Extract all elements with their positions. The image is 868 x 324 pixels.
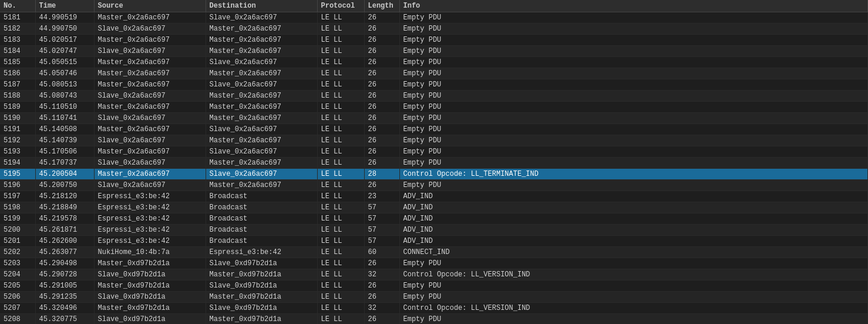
packet-no: 5208 <box>0 314 35 325</box>
packet-info: ADV_IND <box>399 225 868 236</box>
packet-source: Espressi_e3:be:42 <box>94 213 206 225</box>
packet-source: Slave_0x2a6ac697 <box>94 135 206 146</box>
packet-source: Master_0x2a6ac697 <box>94 35 206 46</box>
table-row[interactable]: 519145.140508Master_0x2a6ac697Slave_0x2a… <box>0 124 868 135</box>
table-row[interactable]: 519745.218120Espressi_e3:be:42BroadcastL… <box>0 191 868 202</box>
packet-info: Control Opcode: LL_TERMINATE_IND <box>399 169 868 180</box>
table-row[interactable]: 520245.263077NukiHome_10:4b:7aEspressi_e… <box>0 247 868 258</box>
table-row[interactable]: 520645.291235Slave_0xd97b2d1aMaster_0xd9… <box>0 292 868 303</box>
packet-source: Master_0x2a6ac697 <box>94 79 206 91</box>
packet-dest: Master_0x2a6ac697 <box>206 35 317 46</box>
table-row[interactable]: 520045.261871Espressi_e3:be:42BroadcastL… <box>0 225 868 236</box>
packet-source: Master_0x2a6ac697 <box>94 57 206 68</box>
table-row[interactable]: 519645.200750Slave_0x2a6ac697Master_0x2a… <box>0 180 868 191</box>
packet-source: Slave_0x2a6ac697 <box>94 180 206 191</box>
packet-info: Empty PDU <box>399 280 868 292</box>
packet-dest: Master_0xd97b2d1a <box>206 292 317 303</box>
table-row[interactable]: 519345.170506Master_0x2a6ac697Slave_0x2a… <box>0 146 868 158</box>
packet-source: Slave_0x2a6ac697 <box>94 113 206 124</box>
packet-source: Espressi_e3:be:42 <box>94 236 206 247</box>
packet-proto: LE LL <box>317 135 364 146</box>
packet-time: 45.110510 <box>35 102 94 113</box>
packet-time: 45.200504 <box>35 169 94 180</box>
packet-no: 5202 <box>0 247 35 258</box>
table-row[interactable]: 520445.290728Slave_0xd97b2d1aMaster_0xd9… <box>0 269 868 280</box>
col-header-destination: Destination <box>206 0 317 12</box>
table-row[interactable]: 520145.262600Espressi_e3:be:42BroadcastL… <box>0 236 868 247</box>
packet-no: 5197 <box>0 191 35 202</box>
packet-time: 45.218849 <box>35 202 94 213</box>
packet-no: 5190 <box>0 113 35 124</box>
packet-no: 5200 <box>0 225 35 236</box>
packet-info: Empty PDU <box>399 124 868 135</box>
packet-info: Empty PDU <box>399 146 868 158</box>
packet-proto: LE LL <box>317 236 364 247</box>
table-row[interactable]: 520345.290498Master_0xd97b2d1aSlave_0xd9… <box>0 258 868 269</box>
table-row[interactable]: 518545.050515Master_0x2a6ac697Slave_0x2a… <box>0 57 868 68</box>
table-row[interactable]: 518244.990750Slave_0x2a6ac697Master_0x2a… <box>0 24 868 35</box>
table-row[interactable]: 518845.080743Slave_0x2a6ac697Master_0x2a… <box>0 91 868 102</box>
table-row[interactable]: 518945.110510Master_0x2a6ac697Master_0x2… <box>0 102 868 113</box>
packet-source: Slave_0xd97b2d1a <box>94 292 206 303</box>
table-row[interactable]: 519245.140739Slave_0x2a6ac697Master_0x2a… <box>0 135 868 146</box>
table-row[interactable]: 518445.020747Slave_0x2a6ac697Master_0x2a… <box>0 46 868 57</box>
packet-dest: Slave_0xd97b2d1a <box>206 280 317 292</box>
packet-no: 5194 <box>0 158 35 169</box>
packet-len: 26 <box>364 314 399 325</box>
table-row[interactable]: 519545.200504Master_0x2a6ac697Slave_0x2a… <box>0 169 868 180</box>
packet-time: 45.170737 <box>35 158 94 169</box>
packet-len: 57 <box>364 202 399 213</box>
packet-no: 5189 <box>0 102 35 113</box>
packet-proto: LE LL <box>317 258 364 269</box>
table-row[interactable]: 519945.219578Espressi_e3:be:42BroadcastL… <box>0 213 868 225</box>
packet-len: 28 <box>364 169 399 180</box>
table-row[interactable]: 518345.020517Master_0x2a6ac697Master_0x2… <box>0 35 868 46</box>
table-row[interactable]: 518144.990519Master_0x2a6ac697Slave_0x2a… <box>0 12 868 24</box>
packet-dest: Master_0xd97b2d1a <box>206 269 317 280</box>
table-row[interactable]: 520545.291005Master_0xd97b2d1aSlave_0xd9… <box>0 280 868 292</box>
packet-no: 5195 <box>0 169 35 180</box>
table-row[interactable]: 520745.320496Master_0xd97b2d1aSlave_0xd9… <box>0 303 868 314</box>
packet-list: No. Time Source Destination Protocol Len… <box>0 0 868 324</box>
packet-dest: Master_0x2a6ac697 <box>206 91 317 102</box>
packet-info: Empty PDU <box>399 135 868 146</box>
table-row[interactable]: 518745.080513Master_0x2a6ac697Slave_0x2a… <box>0 79 868 91</box>
packet-info: Empty PDU <box>399 314 868 325</box>
packet-info: CONNECT_IND <box>399 247 868 258</box>
packet-time: 45.320775 <box>35 314 94 325</box>
packet-time: 45.020517 <box>35 35 94 46</box>
packet-info: Empty PDU <box>399 158 868 169</box>
packet-dest: Broadcast <box>206 213 317 225</box>
table-row[interactable]: 518645.050746Master_0x2a6ac697Master_0x2… <box>0 68 868 79</box>
packet-info: Empty PDU <box>399 292 868 303</box>
packet-len: 26 <box>364 146 399 158</box>
table-row[interactable]: 519045.110741Slave_0x2a6ac697Master_0x2a… <box>0 113 868 124</box>
packet-info: ADV_IND <box>399 213 868 225</box>
packet-info: Empty PDU <box>399 35 868 46</box>
packet-time: 45.290498 <box>35 258 94 269</box>
packet-time: 45.261871 <box>35 225 94 236</box>
packet-dest: Master_0x2a6ac697 <box>206 135 317 146</box>
packet-len: 57 <box>364 213 399 225</box>
packet-dest: Slave_0x2a6ac697 <box>206 169 317 180</box>
packet-dest: Broadcast <box>206 236 317 247</box>
packet-table: No. Time Source Destination Protocol Len… <box>0 0 868 324</box>
packet-source: Espressi_e3:be:42 <box>94 202 206 213</box>
packet-info: Empty PDU <box>399 102 868 113</box>
packet-time: 45.290728 <box>35 269 94 280</box>
packet-no: 5203 <box>0 258 35 269</box>
packet-len: 60 <box>364 247 399 258</box>
table-row[interactable]: 520845.320775Slave_0xd97b2d1aMaster_0xd9… <box>0 314 868 325</box>
packet-len: 26 <box>364 12 399 24</box>
packet-time: 45.080513 <box>35 79 94 91</box>
table-row[interactable]: 519845.218849Espressi_e3:be:42BroadcastL… <box>0 202 868 213</box>
packet-len: 26 <box>364 35 399 46</box>
packet-dest: Slave_0x2a6ac697 <box>206 124 317 135</box>
packet-len: 23 <box>364 191 399 202</box>
packet-proto: LE LL <box>317 158 364 169</box>
packet-proto: LE LL <box>317 180 364 191</box>
packet-time: 45.110741 <box>35 113 94 124</box>
packet-info: Empty PDU <box>399 180 868 191</box>
table-row[interactable]: 519445.170737Slave_0x2a6ac697Master_0x2a… <box>0 158 868 169</box>
packet-dest: Master_0x2a6ac697 <box>206 46 317 57</box>
